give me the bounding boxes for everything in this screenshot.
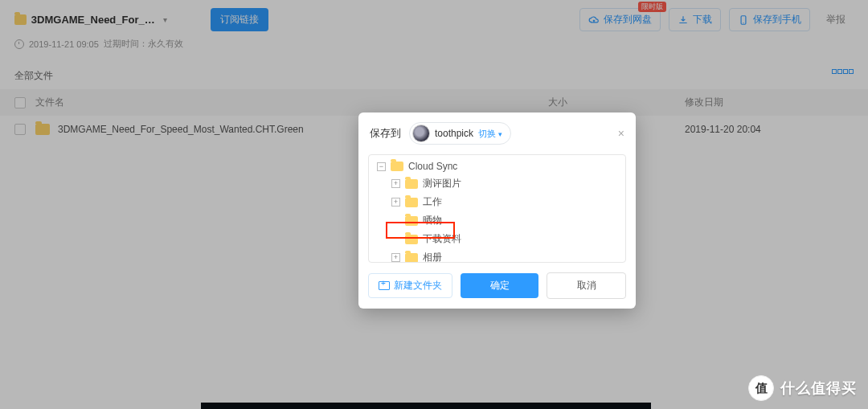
tree-label: 测评图片 <box>423 177 461 190</box>
folder-icon <box>405 179 418 189</box>
user-name: toothpick <box>435 128 473 139</box>
collapse-icon[interactable]: − <box>377 162 386 171</box>
spacer <box>391 235 400 243</box>
bottom-strip <box>201 403 651 409</box>
tree-item-cloud-sync[interactable]: − Cloud Sync <box>369 158 625 174</box>
modal-footer: 新建文件夹 确定 取消 <box>358 263 636 309</box>
select-all-checkbox[interactable] <box>14 97 26 108</box>
modal-header: 保存到 toothpick 切换 × <box>358 112 636 154</box>
avatar <box>412 125 430 142</box>
breadcrumb-all-files[interactable]: 全部文件 <box>14 69 53 83</box>
grid-view-icon[interactable] <box>832 69 854 83</box>
new-folder-label: 新建文件夹 <box>394 279 442 292</box>
tree-label: 晒物 <box>423 214 442 227</box>
report-button[interactable]: 举报 <box>818 9 854 31</box>
tree-item-review-pics[interactable]: + 测评图片 <box>369 174 625 193</box>
tree-label: 下载资料 <box>423 232 461 246</box>
save-to-modal: 保存到 toothpick 切换 × − Cloud Sync + 测评图片 +… <box>358 112 636 309</box>
tree-item-work[interactable]: + 工作 <box>369 193 625 211</box>
row-checkbox[interactable] <box>14 124 26 135</box>
expand-icon[interactable]: + <box>391 198 400 207</box>
close-icon[interactable]: × <box>618 127 624 140</box>
share-title: 3DMGAME_Need_For_Sp... <box>31 14 157 26</box>
download-label: 下载 <box>693 13 712 27</box>
folder-icon <box>405 235 418 244</box>
save-to-phone-button[interactable]: 保存到手机 <box>729 8 810 31</box>
meta-line: 2019-11-21 09:05 过期时间：永久有效 <box>0 38 868 61</box>
folder-icon <box>35 124 50 135</box>
chevron-down-icon: ▾ <box>163 15 167 24</box>
new-folder-button[interactable]: 新建文件夹 <box>368 273 452 298</box>
folder-tree[interactable]: − Cloud Sync + 测评图片 + 工作 晒物 下载资料 + 相册 <box>368 154 626 263</box>
tree-label: Cloud Sync <box>408 161 457 172</box>
download-button[interactable]: 下载 <box>669 8 721 31</box>
save-phone-label: 保存到手机 <box>753 13 801 27</box>
expire-label: 过期时间：永久有效 <box>104 38 183 50</box>
tree-label: 相册 <box>423 251 442 263</box>
confirm-button[interactable]: 确定 <box>461 273 538 298</box>
col-date: 修改日期 <box>685 96 854 109</box>
share-title-chip[interactable]: 3DMGAME_Need_For_Sp... ▾ <box>14 14 167 26</box>
watermark-icon: 值 <box>748 375 774 401</box>
expand-icon[interactable]: + <box>391 253 400 262</box>
col-size: 大小 <box>548 96 685 109</box>
clock-icon <box>14 39 24 49</box>
new-folder-icon <box>379 281 390 290</box>
switch-user-link[interactable]: 切换 <box>478 128 502 140</box>
folder-icon <box>405 216 418 226</box>
folder-icon <box>405 253 418 263</box>
watermark: 值 什么值得买 <box>748 375 857 401</box>
phone-icon <box>738 14 749 26</box>
modal-title: 保存到 <box>370 126 401 141</box>
tree-item-downloads[interactable]: 下载资料 <box>369 230 625 248</box>
breadcrumb: 全部文件 <box>0 61 868 89</box>
tree-item-album[interactable]: + 相册 <box>369 248 625 263</box>
spacer <box>391 216 400 225</box>
subscribe-button[interactable]: 订阅链接 <box>211 8 268 31</box>
download-icon <box>678 14 689 26</box>
header-bar: 3DMGAME_Need_For_Sp... ▾ 订阅链接 保存到网盘 限时版 … <box>0 0 868 38</box>
row-date: 2019-11-20 20:04 <box>685 124 854 135</box>
folder-icon <box>405 198 418 207</box>
tree-label: 工作 <box>423 195 442 209</box>
header-actions: 保存到网盘 限时版 下载 保存到手机 举报 <box>579 8 854 31</box>
user-pill[interactable]: toothpick 切换 <box>409 122 511 145</box>
folder-icon <box>14 14 27 25</box>
expand-icon[interactable]: + <box>391 179 400 188</box>
cancel-button[interactable]: 取消 <box>547 272 626 299</box>
share-timestamp: 2019-11-21 09:05 <box>29 39 99 49</box>
save-cloud-label: 保存到网盘 <box>604 13 652 27</box>
watermark-text: 什么值得买 <box>780 378 857 398</box>
save-to-cloud-button[interactable]: 保存到网盘 限时版 <box>579 8 661 31</box>
tree-item-shaidan[interactable]: 晒物 <box>369 211 625 230</box>
limited-badge: 限时版 <box>638 2 666 12</box>
folder-icon <box>391 162 403 171</box>
col-name: 文件名 <box>35 96 548 109</box>
cloud-icon <box>588 14 600 26</box>
svg-point-1 <box>743 22 743 22</box>
